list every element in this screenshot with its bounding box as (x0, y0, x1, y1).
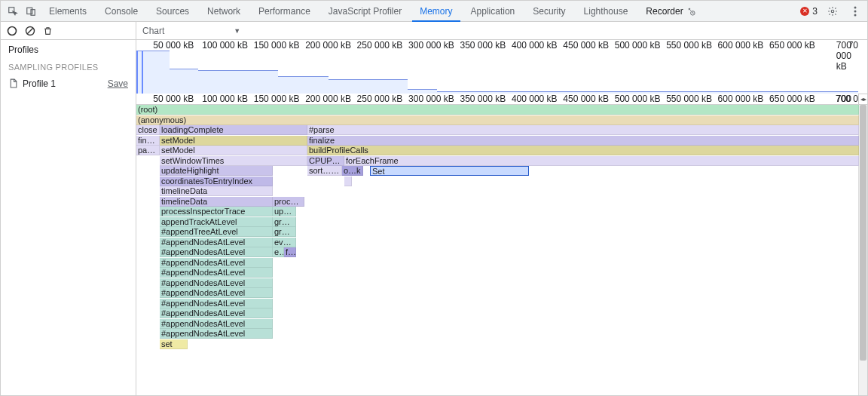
ruler-tick: 100 000 kB (202, 94, 248, 104)
flame-frame[interactable]: f…r (284, 247, 296, 257)
delete-icon[interactable] (43, 26, 53, 36)
device-toolbar-icon[interactable] (23, 4, 38, 19)
flame-frame[interactable]: o…k (342, 166, 363, 176)
flame-frame[interactable]: #appendNodesAtLevel (160, 268, 273, 278)
ruler-tick: 200 000 kB (305, 40, 351, 51)
flame-chart[interactable]: (root)(anonymous)closeloadingComplete#pa… (136, 105, 867, 395)
ruler-tick: 650 000 kB (769, 40, 815, 51)
flame-frame[interactable]: e… (273, 247, 284, 257)
ruler-tick: 500 000 kB (615, 94, 661, 104)
view-controls: Chart ▼ (136, 22, 867, 40)
flame-frame[interactable]: timelineData (160, 197, 273, 207)
flame-frame[interactable]: updateHighlight (160, 166, 273, 176)
flame-frame[interactable]: coordinatesToEntryIndex (160, 177, 273, 186)
flame-frame[interactable]: setModel (160, 146, 307, 155)
ruler-tick: 600 000 kB (718, 40, 764, 51)
tab-security[interactable]: Security (525, 1, 573, 22)
flame-frame[interactable]: #appendNodesAtLevel (160, 329, 273, 339)
error-indicator[interactable]: ✕ 3 (800, 6, 818, 17)
ruler-tick: 350 000 kB (460, 94, 506, 104)
profile-toolbar (1, 22, 136, 40)
flame-frame[interactable]: timelineData (160, 186, 273, 196)
flame-frame[interactable]: finalize (307, 136, 859, 146)
flame-frame[interactable]: CPUP…del (307, 156, 344, 166)
clear-icon[interactable] (25, 26, 35, 36)
flame-frame[interactable]: appendTrackAtLevel (160, 217, 273, 227)
chevron-down-icon[interactable]: ▼ (234, 27, 240, 35)
flame-frame[interactable]: ev…ew (273, 238, 296, 247)
devtools-top-right: ✕ 3 (800, 4, 863, 19)
flame-frame[interactable]: (anonymous) (136, 115, 859, 125)
profile-label: Profile 1 (23, 78, 56, 89)
flame-frame[interactable]: #appendNodesAtLevel (160, 258, 273, 268)
ruler-tick: 70 (848, 40, 858, 51)
ruler-tick: 250 000 kB (357, 40, 403, 51)
overview-scroll-buttons[interactable]: ◂▸ (858, 94, 867, 104)
flame-frame[interactable]: #appendNodesAtLevel (160, 288, 273, 298)
devtools-tab-bar: Elements Console Sources Network Perform… (1, 1, 867, 22)
flame-frame[interactable]: fin…ce (136, 136, 160, 146)
inspect-element-icon[interactable] (5, 4, 20, 19)
flame-frame[interactable]: gro…ts (273, 217, 296, 227)
flame-frame[interactable]: #appendNodesAtLevel (160, 299, 273, 309)
tab-performance[interactable]: Performance (251, 1, 318, 22)
flame-frame[interactable]: loadingComplete (160, 125, 307, 135)
flame-frame[interactable]: #appendNodesAtLevel (160, 238, 273, 247)
ruler-tick: 150 000 kB (254, 94, 300, 104)
flame-frame[interactable]: up…up (273, 207, 296, 216)
tab-console[interactable]: Console (97, 1, 145, 22)
flame-frame[interactable]: buildProfileCalls (307, 146, 859, 155)
svg-line-10 (27, 28, 33, 34)
profiles-section-caption: SAMPLING PROFILES (1, 60, 136, 75)
flame-frame[interactable]: processInspectorTrace (160, 207, 273, 216)
record-icon[interactable] (7, 26, 17, 36)
flame-frame[interactable]: #parse (307, 125, 859, 135)
flame-frame[interactable]: setModel (160, 136, 307, 146)
flame-frame[interactable]: forEachFrame (344, 156, 859, 166)
ruler-tick: 600 000 kB (718, 94, 764, 104)
error-count: 3 (812, 6, 818, 17)
flame-frame[interactable]: #appendNodesAtLevel (160, 247, 273, 257)
flame-frame[interactable]: proc…ata (273, 197, 304, 207)
tab-memory[interactable]: Memory (412, 1, 460, 22)
flame-frame[interactable]: #appendTreeAtLevel (160, 227, 273, 237)
ruler-tick: 350 000 kB (460, 40, 506, 51)
profile-item[interactable]: Profile 1 Save (1, 75, 136, 92)
tab-application[interactable]: Application (463, 1, 523, 22)
flame-frame[interactable]: set (160, 339, 188, 349)
tab-elements[interactable]: Elements (41, 1, 94, 22)
error-dot-icon: ✕ (800, 7, 809, 16)
settings-gear-icon[interactable] (825, 4, 840, 19)
svg-rect-1 (27, 8, 32, 14)
flame-frame[interactable]: #appendNodesAtLevel (160, 278, 273, 288)
flame-frame[interactable] (344, 177, 352, 186)
flame-scrollbar[interactable] (858, 105, 867, 395)
flame-frame[interactable]: close (136, 125, 160, 135)
overview-timeline[interactable]: 50 000 kB100 000 kB150 000 kB200 000 kB2… (136, 40, 867, 105)
svg-point-6 (854, 10, 857, 12)
tab-recorder-label: Recorder (646, 6, 683, 17)
flame-frame[interactable]: gr…ew (273, 227, 296, 237)
tab-network[interactable]: Network (200, 1, 248, 22)
tab-js-profiler[interactable]: JavaScript Profiler (321, 1, 409, 22)
svg-point-7 (854, 14, 857, 16)
ruler-tick: 400 000 kB (512, 94, 558, 104)
ruler-tick: 500 000 kB (615, 40, 661, 51)
flame-frame[interactable]: setWindowTimes (160, 156, 307, 166)
flame-frame[interactable]: sort…ples (307, 166, 342, 176)
profile-save-link[interactable]: Save (108, 78, 128, 89)
flame-frame[interactable]: #appendNodesAtLevel (160, 309, 273, 318)
profiles-sidebar: Profiles SAMPLING PROFILES Profile 1 Sav… (1, 22, 136, 395)
tab-lighthouse[interactable]: Lighthouse (576, 1, 636, 22)
ruler-tick: 650 000 kB (769, 94, 815, 104)
more-vert-icon[interactable] (848, 4, 863, 19)
tab-sources[interactable]: Sources (148, 1, 197, 22)
tab-recorder[interactable]: Recorder (638, 1, 703, 22)
flame-frame[interactable]: #appendNodesAtLevel (160, 319, 273, 329)
flame-frame[interactable]: (root) (136, 105, 859, 115)
svg-rect-2 (31, 9, 35, 15)
view-mode-select[interactable]: Chart (142, 26, 164, 36)
flame-frame[interactable]: pa…at (136, 146, 160, 155)
ruler-tick: 50 000 kB (153, 94, 194, 104)
flame-frame[interactable]: Set (370, 166, 529, 176)
